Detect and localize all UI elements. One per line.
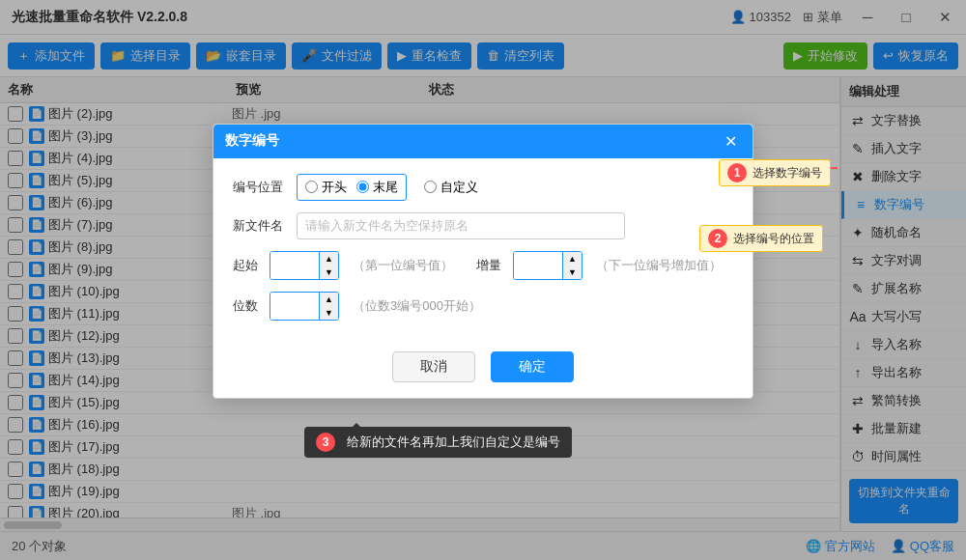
radio-end-label: 末尾 [373,179,398,196]
modal-close-button[interactable]: ✕ [721,132,741,151]
start-hint: （第一位编号值） [353,257,453,274]
annotation-1-circle: 1 [727,163,747,182]
digits-spinner: ▲ ▼ [319,293,338,320]
radio-start-label: 开头 [322,179,347,196]
modal-overlay: 数字编号 ✕ 编号位置 开头 末尾 [0,0,966,560]
start-spinner: ▲ ▼ [319,252,338,279]
new-name-row: 新文件名 [233,212,733,239]
increment-up-btn[interactable]: ▲ [562,252,582,266]
radio-start-item[interactable]: 开头 [305,179,347,196]
radio-custom-input[interactable] [424,181,437,193]
annotation-2-circle: 2 [708,229,727,248]
confirm-button[interactable]: 确定 [491,351,574,382]
annotation-1-text: 选择数字编号 [753,165,822,182]
modal-title-bar: 数字编号 ✕ [213,125,753,158]
digits-up-btn[interactable]: ▲ [319,293,338,306]
position-radio-group: 开头 末尾 [297,174,407,201]
number-code-modal: 数字编号 ✕ 编号位置 开头 末尾 [213,124,753,399]
radio-custom-item[interactable]: 自定义 [424,179,478,196]
increment-spinner: ▲ ▼ [562,252,582,279]
annotation-3-tooltip: 3 给新的文件名再加上我们自定义是编号 [304,427,572,458]
digits-label: 位数 [233,297,258,315]
increment-label: 增量 [476,257,501,274]
start-decrement-btn[interactable]: ▼ [319,266,338,279]
start-input[interactable]: 1 [270,252,319,279]
start-input-wrap: 1 ▲ ▼ [270,251,339,280]
radio-end-input[interactable] [356,181,369,193]
annotation-3-text: 给新的文件名再加上我们自定义是编号 [347,434,560,449]
increment-hint: （下一位编号增加值） [596,257,722,274]
annotation-1: 1 选择数字编号 [719,159,831,186]
new-name-label: 新文件名 [233,217,283,235]
radio-start-input[interactable] [305,181,318,193]
digits-down-btn[interactable]: ▼ [319,306,338,320]
digits-input-wrap: 3 ▲ ▼ [270,292,339,321]
annotation-3-icon: 3 [316,433,335,452]
position-row: 编号位置 开头 末尾 自定义 [233,174,733,201]
radio-custom-label: 自定义 [440,179,478,196]
start-increment-btn[interactable]: ▲ [319,252,338,266]
cancel-button[interactable]: 取消 [392,351,475,382]
digits-row: 位数 3 ▲ ▼ （位数3编号000开始） [233,292,733,321]
increment-input[interactable]: 1 [514,252,562,279]
increment-down-btn[interactable]: ▼ [562,266,582,279]
modal-body: 编号位置 开头 末尾 自定义 新文件名 [213,158,753,344]
digits-hint: （位数3编号000开始） [353,297,481,315]
radio-end-item[interactable]: 末尾 [356,179,398,196]
digits-input[interactable]: 3 [270,293,319,320]
position-label: 编号位置 [233,179,283,196]
start-increment-row: 起始 1 ▲ ▼ （第一位编号值） 增量 1 ▲ ▼ （ [233,251,733,280]
start-label: 起始 [233,257,258,274]
new-name-input[interactable] [297,212,625,239]
increment-input-wrap: 1 ▲ ▼ [513,251,582,280]
modal-footer: 取消 确定 [213,344,753,398]
modal-title: 数字编号 [225,132,279,150]
annotation-2-text: 选择编号的位置 [733,231,814,247]
annotation-2: 2 选择编号的位置 [699,225,823,252]
